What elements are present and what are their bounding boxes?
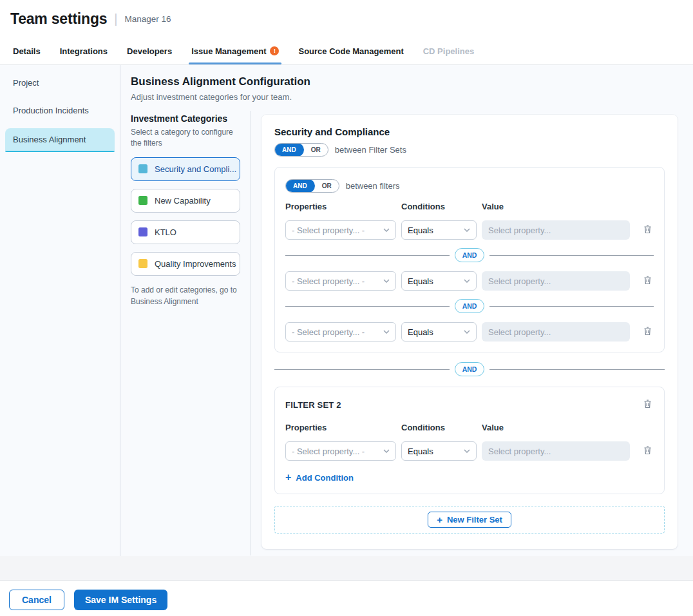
tab-source-code-management[interactable]: Source Code Management [298, 37, 403, 64]
tab-developers[interactable]: Developers [127, 37, 172, 64]
chevron-down-icon [464, 449, 470, 453]
category-new-capability[interactable]: New Capability [131, 189, 240, 213]
filter-sets-and-or-toggle[interactable]: AND OR [274, 143, 328, 157]
investment-categories-section: Investment Categories Select a category … [131, 111, 251, 555]
tab-cd-pipelines: CD Pipelines [423, 37, 474, 64]
main-content: Business Alignment Configuration Adjust … [120, 65, 693, 556]
column-header-value: Value [482, 423, 654, 432]
property-select[interactable]: - Select property... - [285, 322, 396, 342]
chevron-down-icon [383, 330, 390, 334]
condition-select[interactable]: Equals [401, 441, 477, 461]
filter-row: - Select property... - Equals [285, 322, 654, 342]
condition-select-value: Equals [408, 276, 433, 286]
new-filter-set-button[interactable]: + New Filter Set [428, 512, 511, 528]
filters-and-or-toggle[interactable]: AND OR [285, 179, 339, 193]
filter-row: - Select property... - Equals [285, 271, 654, 291]
delete-filter-button[interactable] [641, 325, 654, 340]
chevron-down-icon [464, 228, 470, 232]
filter-set-2-title: FILTER SET 2 [285, 398, 341, 410]
category-security-and-compliance[interactable]: Security and Compli... [131, 157, 240, 181]
categories-footnote: To add or edit categories, go to Busines… [131, 284, 240, 307]
category-label: Security and Compli... [155, 164, 236, 174]
toggle-or-option[interactable]: OR [304, 146, 328, 153]
category-color-swatch [138, 227, 147, 236]
filter-set-2: FILTER SET 2 Properties Conditions Value [274, 387, 665, 494]
chevron-down-icon [383, 449, 390, 453]
value-input[interactable] [482, 441, 630, 461]
filter-row: - Select property... - Equals [285, 220, 654, 240]
delete-filter-button[interactable] [641, 223, 654, 238]
category-quality-improvements[interactable]: Quality Improvements [131, 252, 240, 276]
and-connector: AND [285, 248, 654, 262]
delete-filter-button[interactable] [641, 274, 654, 289]
category-color-swatch [138, 164, 147, 173]
filter-panel: Security and Compliance AND OR between F… [261, 115, 678, 549]
category-label: Quality Improvements [155, 259, 236, 269]
page-header: Team settings | Manager 16 [0, 0, 693, 37]
cancel-button[interactable]: Cancel [9, 590, 64, 610]
property-select[interactable]: - Select property... - [285, 220, 396, 240]
filter-set-1: AND OR between filters Properties Condit… [274, 167, 665, 352]
filter-panel-column: Security and Compliance AND OR between F… [251, 111, 678, 549]
chevron-down-icon [464, 330, 470, 334]
between-filters-label: between filters [346, 181, 400, 191]
and-connector-pill: AND [455, 299, 485, 313]
property-select-value: - Select property... - [292, 327, 365, 337]
condition-select-value: Equals [408, 447, 433, 456]
toggle-and-option[interactable]: AND [274, 143, 304, 157]
investment-categories-description: Select a category to configure the filte… [131, 127, 240, 149]
condition-select[interactable]: Equals [401, 220, 477, 240]
and-connector: AND [285, 299, 654, 313]
toggle-and-option[interactable]: AND [285, 179, 315, 193]
trash-icon [643, 224, 652, 236]
value-input[interactable] [482, 220, 630, 240]
footer-actions: Cancel Save IM Settings [0, 581, 693, 616]
trash-icon [643, 445, 652, 457]
category-label: New Capability [155, 196, 211, 206]
property-select-value: - Select property... - [292, 276, 365, 286]
footer-spacer-band [0, 556, 693, 581]
delete-filter-button[interactable] [641, 444, 654, 459]
property-select[interactable]: - Select property... - [285, 441, 396, 461]
property-select-value: - Select property... - [292, 226, 365, 235]
add-condition-button[interactable]: + Add Condition [285, 472, 354, 483]
condition-select[interactable]: Equals [401, 271, 477, 291]
category-ktlo[interactable]: KTLO [131, 220, 240, 244]
sidebar-item-business-alignment[interactable]: Business Alignment [5, 128, 115, 152]
save-im-settings-button[interactable]: Save IM Settings [74, 590, 167, 610]
condition-select[interactable]: Equals [401, 322, 477, 342]
delete-filter-set-button[interactable] [641, 398, 654, 412]
sidebar-item-production-incidents[interactable]: Production Incidents [0, 97, 120, 124]
condition-select-value: Equals [408, 327, 433, 337]
property-select[interactable]: - Select property... - [285, 271, 396, 291]
column-header-conditions: Conditions [401, 202, 482, 211]
value-input[interactable] [482, 322, 630, 342]
settings-tabbar: Details Integrations Developers Issue Ma… [0, 37, 693, 65]
plus-icon: + [437, 515, 442, 525]
app-title: Team settings [10, 10, 107, 28]
sidebar-item-project[interactable]: Project [0, 69, 120, 97]
toggle-or-option[interactable]: OR [315, 182, 339, 189]
add-condition-label: Add Condition [296, 473, 354, 483]
tab-issue-management-label: Issue Management [191, 46, 266, 56]
trash-icon [643, 399, 652, 411]
new-filter-set-label: New Filter Set [447, 515, 502, 525]
category-color-swatch [138, 196, 147, 205]
investment-categories-title: Investment Categories [131, 113, 240, 124]
trash-icon [643, 326, 652, 338]
trash-icon [643, 275, 652, 287]
condition-select-value: Equals [408, 226, 433, 235]
filter-row: - Select property... - Equals [285, 441, 654, 461]
column-header-conditions: Conditions [401, 423, 482, 432]
category-label: KTLO [155, 227, 176, 237]
value-input[interactable] [482, 271, 630, 291]
tab-details[interactable]: Details [13, 37, 41, 64]
tab-integrations[interactable]: Integrations [60, 37, 108, 64]
property-select-value: - Select property... - [292, 447, 365, 456]
and-connector-pill: AND [455, 362, 485, 376]
page-subtitle: Adjust investment categories for your te… [131, 92, 678, 102]
tab-issue-management[interactable]: Issue Management ! [191, 37, 279, 64]
team-name-label: Manager 16 [125, 14, 171, 24]
chevron-down-icon [464, 279, 470, 283]
chevron-down-icon [383, 228, 390, 232]
